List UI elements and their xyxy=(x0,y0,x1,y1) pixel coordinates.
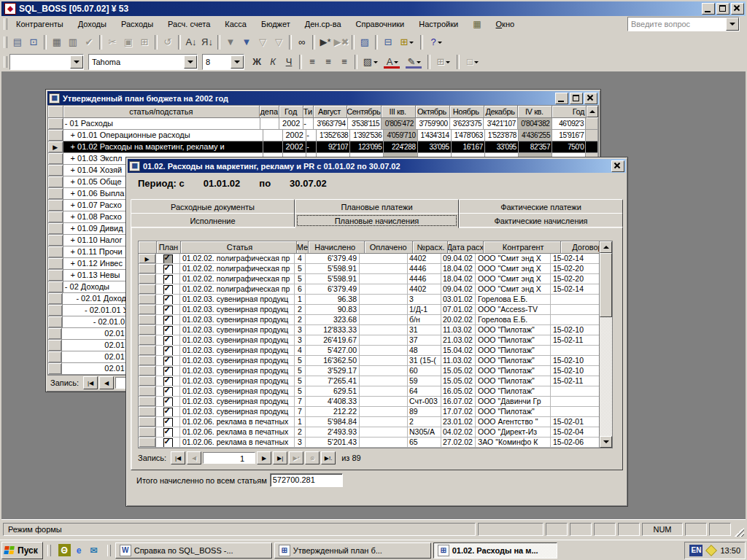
row-selector[interactable] xyxy=(48,223,63,235)
row-selector[interactable] xyxy=(139,397,156,407)
cell-paid[interactable] xyxy=(360,305,408,315)
cell-month[interactable]: 7 xyxy=(295,397,306,407)
row-selector[interactable] xyxy=(48,188,63,200)
cell-month[interactable]: 4 xyxy=(295,346,306,356)
close-button[interactable] xyxy=(731,3,744,15)
table-row[interactable]: 01.02.03. сувенирная продукц 3 26'419.67… xyxy=(139,335,612,346)
plan-checkbox[interactable] xyxy=(163,275,173,284)
row-selector[interactable] xyxy=(139,366,156,376)
plan-checkbox[interactable] xyxy=(163,428,173,438)
row-selector[interactable] xyxy=(139,427,156,438)
record-nav-button[interactable]: |◀ xyxy=(171,451,185,464)
format-button[interactable]: □ xyxy=(462,54,484,70)
cell-docdate[interactable]: 17.07.02 xyxy=(441,407,476,417)
cell-docdate[interactable]: 23.01.02 xyxy=(441,417,476,427)
cell-august[interactable]: 3'663'794 xyxy=(314,118,348,130)
row-selector[interactable] xyxy=(48,328,62,340)
cell-paid[interactable] xyxy=(360,417,408,427)
table-row[interactable]: 01.02.03. сувенирная продукц 5 629.51 64… xyxy=(139,386,612,397)
period-to-value[interactable]: 30.07.02 xyxy=(290,178,327,189)
cell-docnumber[interactable]: 48 xyxy=(408,346,441,356)
toolbar-button[interactable]: ▼ xyxy=(239,34,255,50)
cell-docdate[interactable]: 15.05.02 xyxy=(441,376,476,386)
cell-counterparty[interactable]: ООО "Пилотаж" xyxy=(476,346,551,356)
column-header-paid[interactable]: Оплачено xyxy=(365,241,413,254)
table-row[interactable]: 01.02.03. сувенирная продукц 5 3'529.17 … xyxy=(139,366,612,376)
cell-month[interactable]: 4 xyxy=(295,254,306,264)
quick-launch-icon[interactable]: e xyxy=(73,544,85,556)
toolbar-button[interactable]: А↓ xyxy=(183,34,199,50)
cell-plan[interactable] xyxy=(156,386,180,397)
cell-month[interactable]: 3 xyxy=(295,438,306,448)
toolbar-button[interactable] xyxy=(99,35,102,50)
column-header-plan[interactable]: План xyxy=(157,241,182,254)
cell-article[interactable]: 01.02.02. полиграфическая пр xyxy=(180,284,295,295)
cell-docdate[interactable]: 11.03.02 xyxy=(441,325,476,335)
toolbar-button[interactable] xyxy=(352,35,355,50)
ask-question-dropdown-button[interactable] xyxy=(726,18,739,31)
row-selector[interactable] xyxy=(48,293,63,305)
cell-article[interactable]: 01.02.02. полиграфическая пр xyxy=(180,274,295,284)
toolbar-button[interactable] xyxy=(44,35,47,50)
cell-docdate[interactable]: 21.03.02 xyxy=(441,335,476,346)
column-header-docdate[interactable]: Дата расх. xyxy=(448,241,484,254)
cell-month[interactable]: 5 xyxy=(295,356,306,366)
cell-plan[interactable] xyxy=(156,407,180,417)
row-selector[interactable] xyxy=(48,200,63,211)
row-selector[interactable] xyxy=(48,246,63,258)
cell-docdate[interactable]: 18.04.02 xyxy=(441,264,476,274)
menu-item[interactable]: Касса xyxy=(218,17,255,31)
table-row[interactable]: 01.02.03. сувенирная продукц 4 5'427.00 … xyxy=(139,346,612,356)
cell-article[interactable]: 01.02.03. сувенирная продукц xyxy=(180,386,295,397)
font-size-combobox[interactable]: 8 xyxy=(202,54,244,70)
toolbar-button[interactable]: ▽ xyxy=(255,34,271,50)
toolbar-button[interactable] xyxy=(178,35,181,50)
cell-docnumber[interactable]: б/н xyxy=(408,315,441,325)
cell-accrued[interactable]: 5'984.84 xyxy=(306,417,360,427)
cell-docdate[interactable]: 18.04.02 xyxy=(441,274,476,284)
menu-item[interactable]: ▦ xyxy=(466,17,489,31)
cell-december[interactable]: 33'095 xyxy=(485,141,519,153)
cell-contract[interactable]: 15-02-20 xyxy=(551,264,600,274)
cell-contract[interactable]: 15-02-06 xyxy=(551,438,600,448)
cell-docdate[interactable]: 16.07.02 xyxy=(441,397,476,407)
tab[interactable]: Фактические платежи xyxy=(459,199,623,214)
table-row[interactable]: ▶ 01.02.02. полиграфическая пр 4 6'379.4… xyxy=(139,254,612,264)
tab[interactable]: Плановые начисления xyxy=(295,213,459,228)
row-selector[interactable]: ▶ xyxy=(48,141,63,153)
cell-month[interactable]: 5 xyxy=(295,376,306,386)
format-button[interactable] xyxy=(427,55,430,69)
toolbar-button[interactable] xyxy=(375,35,378,50)
menu-item[interactable]: Настройки xyxy=(412,17,466,31)
format-button[interactable]: К xyxy=(265,54,281,70)
record-nav-button[interactable]: ⊗ xyxy=(305,451,320,464)
table-row[interactable]: 01.02.03. сувенирная продукц 2 90.83 1/Д… xyxy=(139,305,612,315)
cell-month[interactable]: 1 xyxy=(295,295,306,305)
cell-contract[interactable]: 15-02-14 xyxy=(551,284,600,295)
cell-counterparty[interactable]: ООО "Пилотаж" xyxy=(476,325,551,335)
cell-accrued[interactable]: 212.22 xyxy=(306,407,360,417)
plan-checkbox[interactable] xyxy=(163,418,173,427)
cell-docnumber[interactable]: 31 xyxy=(408,325,441,335)
cell-october[interactable]: 1'434'314 xyxy=(418,130,452,141)
menu-item[interactable]: Контрагенты xyxy=(9,17,71,31)
toolbar-button[interactable]: ▽ xyxy=(271,34,287,50)
toolbar-button[interactable]: ✔ xyxy=(81,34,97,50)
scrollbar-thumb[interactable] xyxy=(600,253,612,317)
cell-month[interactable]: 5 xyxy=(295,264,306,274)
cell-docnumber[interactable]: 2 xyxy=(408,417,441,427)
cell-article[interactable]: 01.02.03. сувенирная продукц xyxy=(180,397,295,407)
cell-docnumber[interactable]: 65 xyxy=(408,438,441,448)
row-selector[interactable] xyxy=(48,363,62,375)
cell-docdate[interactable]: 07.01.02 xyxy=(441,305,476,315)
column-header-month[interactable]: Ме xyxy=(297,241,309,254)
row-selector[interactable] xyxy=(48,351,62,363)
toolbar-button[interactable] xyxy=(420,35,423,50)
total-accrued-input[interactable]: 572700.281 xyxy=(270,473,343,487)
cell-plan[interactable] xyxy=(156,417,180,427)
row-selector[interactable] xyxy=(48,165,63,176)
cell-paid[interactable] xyxy=(360,397,408,407)
column-header-q3[interactable]: III кв. xyxy=(382,106,416,118)
cell-accrued[interactable]: 90.83 xyxy=(306,305,360,315)
cell-article[interactable]: 01.02.02. полиграфическая пр xyxy=(180,254,295,264)
